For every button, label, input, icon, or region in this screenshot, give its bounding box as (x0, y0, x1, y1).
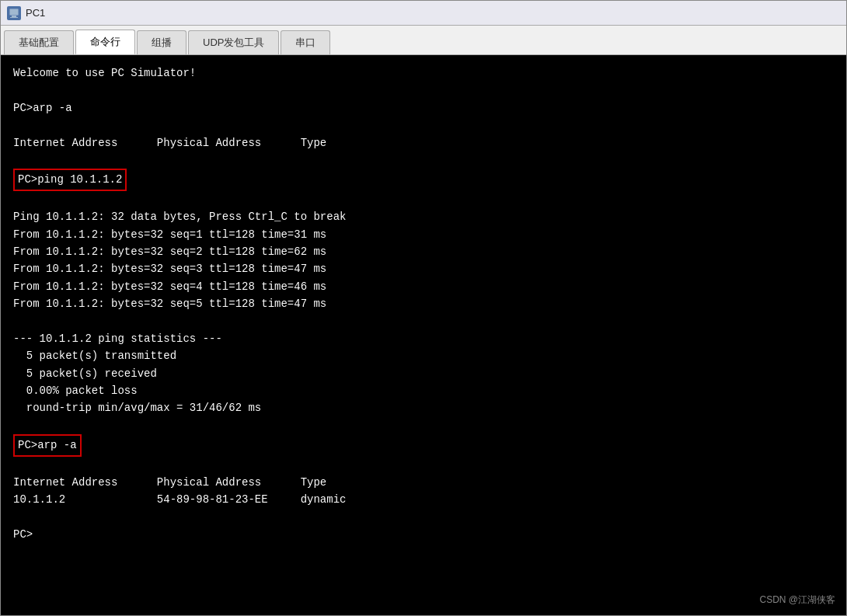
tab-bar: 基础配置 命令行 组播 UDP发包工具 串口 (1, 26, 846, 55)
watermark: CSDN @江湖侠客 (759, 593, 835, 607)
window-title: PC1 (26, 7, 45, 19)
terminal-line: Internet Address Physical Address Type (13, 474, 834, 491)
terminal-line: 5 packet(s) transmitted (13, 347, 834, 364)
main-window: PC1 基础配置 命令行 组播 UDP发包工具 串口 Welcome to us… (0, 0, 847, 616)
terminal-line: 5 packet(s) received (13, 365, 834, 382)
highlighted-command-line: PC>ping 10.1.1.2 (13, 169, 834, 190)
svg-rect-2 (10, 17, 18, 18)
tab-serial[interactable]: 串口 (281, 30, 330, 54)
terminal-line: Ping 10.1.1.2: 32 data bytes, Press Ctrl… (13, 208, 834, 225)
terminal-line: --- 10.1.1.2 ping statistics --- (13, 330, 834, 347)
terminal-line: From 10.1.1.2: bytes=32 seq=1 ttl=128 ti… (13, 226, 834, 243)
terminal-line: From 10.1.1.2: bytes=32 seq=4 ttl=128 ti… (13, 278, 834, 295)
terminal-line: PC>arp -a (13, 99, 834, 117)
title-bar: PC1 (1, 1, 846, 26)
terminal-line: From 10.1.1.2: bytes=32 seq=2 ttl=128 ti… (13, 243, 834, 260)
command-highlight-box: PC>arp -a (13, 434, 82, 456)
terminal-line: From 10.1.1.2: bytes=32 seq=3 ttl=128 ti… (13, 260, 834, 277)
window-icon (7, 6, 21, 20)
terminal-line: Internet Address Physical Address Type (13, 134, 834, 151)
tab-basic-config[interactable]: 基础配置 (4, 30, 74, 54)
svg-rect-0 (9, 9, 19, 16)
tab-udp-tool[interactable]: UDP发包工具 (188, 30, 279, 54)
svg-rect-1 (12, 16, 16, 17)
tab-multicast[interactable]: 组播 (137, 30, 186, 54)
terminal-area[interactable]: Welcome to use PC Simulator!PC>arp -aInt… (1, 55, 846, 615)
terminal-line: round-trip min/avg/max = 31/46/62 ms (13, 399, 834, 416)
tab-command-line[interactable]: 命令行 (75, 30, 135, 54)
terminal-line: Welcome to use PC Simulator! (13, 64, 834, 82)
terminal-line: From 10.1.1.2: bytes=32 seq=5 ttl=128 ti… (13, 295, 834, 312)
command-highlight-box: PC>ping 10.1.1.2 (13, 169, 127, 190)
terminal-line: 10.1.1.2 54-89-98-81-23-EE dynamic (13, 491, 834, 508)
highlighted-command-line: PC>arp -a (13, 434, 834, 456)
terminal-line: 0.00% packet loss (13, 382, 834, 399)
terminal-prompt[interactable]: PC> (13, 526, 834, 543)
